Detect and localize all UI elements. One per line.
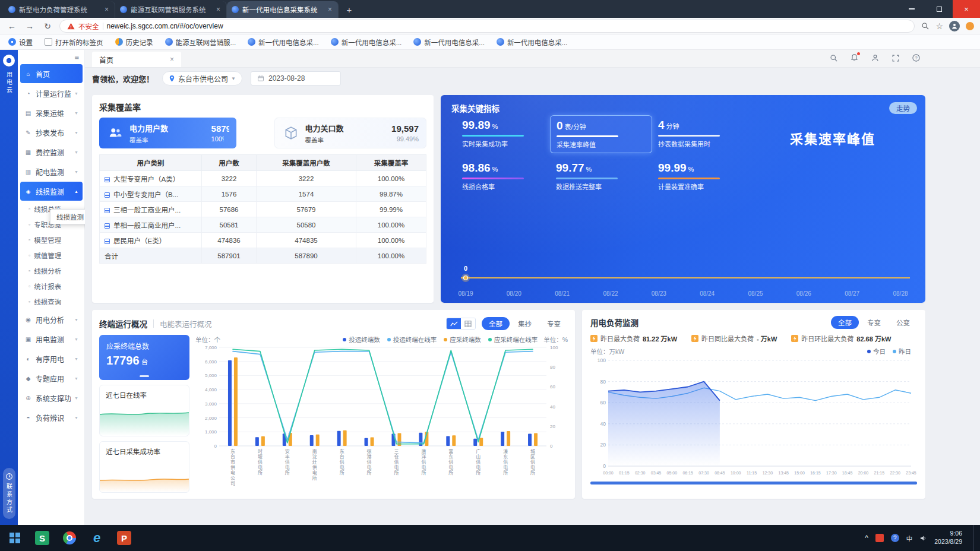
sidebar-subitem-3[interactable]: ▫赋值管理 <box>18 248 85 263</box>
menu-icon: ▥ <box>24 169 32 175</box>
bell-icon[interactable] <box>850 53 859 62</box>
org-selector[interactable]: 东台市供电公司 ▼ <box>162 71 242 86</box>
table-cell: 587890 <box>257 248 356 264</box>
bookmark-item-3[interactable]: 能源互联网营销服... <box>165 37 236 47</box>
sidebar-subitem-5[interactable]: ▫统计报表 <box>18 278 85 294</box>
browser-tab-1[interactable]: 能源互联网营销服务系统× <box>115 1 227 18</box>
load-filter-1[interactable]: 专变 <box>860 316 888 329</box>
taskbar-app-ie[interactable]: e <box>83 525 110 551</box>
sidebar-item-12[interactable]: ◓负荷辨识▼ <box>20 408 83 427</box>
terminal-filter-1[interactable]: 集抄 <box>511 317 539 330</box>
back-button[interactable]: ← <box>6 21 18 31</box>
tray-chevron-icon[interactable]: ^ <box>865 534 868 542</box>
chart-zoom-slider[interactable] <box>590 482 917 484</box>
success-rate-card: 近七日采集成功率 <box>99 441 189 493</box>
sidebar-subitem-4[interactable]: ▫线损分析 <box>18 263 85 278</box>
trend-button[interactable]: 走势 <box>889 102 917 114</box>
sidebar-item-7[interactable]: ◉用电分析▼ <box>20 310 83 329</box>
sidebar-subitem-2[interactable]: ▫模型管理 <box>18 232 85 248</box>
load-filter-2[interactable]: 公变 <box>889 316 917 329</box>
window-maximize-button[interactable] <box>925 0 953 18</box>
sidebar-item-label: 有序用电 <box>36 354 71 364</box>
bookmark-star-icon[interactable]: ☆ <box>935 21 943 31</box>
help-icon[interactable]: ? <box>912 53 921 62</box>
tab-terminal-overview[interactable]: 终端运行概况 <box>99 318 147 330</box>
sidebar-item-1[interactable]: ◔计量运行监测▼ <box>20 84 83 103</box>
tray-ime-icon[interactable]: 中 <box>906 534 913 543</box>
sidebar-item-8[interactable]: ▣用电监测▼ <box>20 330 83 349</box>
legend-item[interactable]: 投运终端数 <box>343 335 380 344</box>
card-sub: 覆盖率 <box>129 135 168 144</box>
tray-volume-icon[interactable] <box>919 534 927 542</box>
tab-close-icon[interactable]: × <box>327 5 333 14</box>
sidebar-item-10[interactable]: ◆专题应用▼ <box>20 369 83 388</box>
terminal-filter-0[interactable]: 全部 <box>482 317 510 330</box>
taskbar-clock[interactable]: 9:06 2023/8/29 <box>934 530 962 546</box>
svg-text:南沈灶供电所: 南沈灶供电所 <box>312 448 317 481</box>
sidebar-item-6[interactable]: ◈线损监测▲ <box>20 182 83 201</box>
zoom-icon[interactable] <box>921 21 930 30</box>
browser-tab-0[interactable]: 新型电力负荷管理系统× <box>4 1 115 18</box>
page-tab-home[interactable]: 首页 × <box>92 52 181 67</box>
tray-red-icon[interactable] <box>875 534 884 542</box>
terminal-filter-2[interactable]: 专变 <box>540 317 568 330</box>
browser-titlebar: 新型电力负荷管理系统×能源互联网营销服务系统×新一代用电信息采集系统× + × <box>0 0 980 18</box>
bookmark-item-6[interactable]: 新一代用电信息采... <box>413 37 485 47</box>
legend-item[interactable]: 投运终端在线率 <box>387 335 437 344</box>
contact-button[interactable]: 联系方式 <box>3 468 15 519</box>
dashboard-content: 采集覆盖率 电力用户数 覆盖率 587901 100% <box>85 89 980 525</box>
taskbar-app-s[interactable]: S <box>29 525 56 551</box>
tab-title: 新型电力负荷管理系统 <box>19 5 100 14</box>
profile-avatar[interactable] <box>949 21 960 31</box>
bookmark-item-0[interactable]: 设置 <box>8 37 33 47</box>
sidebar-item-2[interactable]: ▤采集运维▼ <box>20 103 83 122</box>
bookmark-item-5[interactable]: 新一代用电信息采... <box>331 37 402 47</box>
bookmark-item-2[interactable]: 历史记录 <box>115 37 153 47</box>
chart-view-button[interactable] <box>447 318 461 329</box>
extension-icon[interactable] <box>966 22 974 30</box>
legend-item[interactable]: 应采终端数 <box>444 335 481 344</box>
svg-text:06:15: 06:15 <box>682 471 693 475</box>
legend-item[interactable]: 应采终端在线率 <box>488 335 538 344</box>
tab-close-icon[interactable]: × <box>215 5 222 14</box>
user-icon[interactable] <box>871 53 880 62</box>
sidebar-item-9[interactable]: ◐有序用电▼ <box>20 349 83 368</box>
load-filter-0[interactable]: 全部 <box>831 316 859 329</box>
legend-item[interactable]: 今日 <box>867 347 886 356</box>
page-tab-close-icon[interactable]: × <box>170 55 174 64</box>
sidebar-item-4[interactable]: ▦费控监测▼ <box>20 142 83 162</box>
online-rate-sparkline <box>100 408 189 436</box>
forward-button[interactable]: → <box>24 21 36 31</box>
table-row: 单相一般工商业用户...5058150580100.00% <box>100 217 426 233</box>
new-tab-button[interactable]: + <box>342 3 356 16</box>
bookmark-item-7[interactable]: 新一代用电信息采... <box>497 37 568 47</box>
bookmark-item-4[interactable]: 新一代用电信息采... <box>248 37 319 47</box>
tray-help-icon[interactable]: ? <box>891 534 899 542</box>
show-desktop-button[interactable] <box>973 525 976 551</box>
sidebar-subitem-6[interactable]: ▫线损查询 <box>18 294 85 309</box>
svg-text:1,000: 1,000 <box>205 429 217 435</box>
legend-item[interactable]: 昨日 <box>893 347 911 356</box>
tab-meter-overview[interactable]: 电能表运行概况 <box>160 318 212 330</box>
sidebar-item-label: 负荷辨识 <box>36 413 71 423</box>
fullscreen-icon[interactable] <box>892 54 900 62</box>
tab-close-icon[interactable]: × <box>103 5 110 14</box>
sidebar-item-0[interactable]: ⌂首页 <box>20 64 83 83</box>
start-button[interactable] <box>1 525 29 551</box>
browser-tab-2[interactable]: 新一代用电信息采集系统× <box>227 1 339 18</box>
table-view-button[interactable] <box>461 318 475 329</box>
reload-button[interactable]: ↻ <box>42 21 53 31</box>
search-icon[interactable] <box>829 53 838 62</box>
window-close-button[interactable]: × <box>953 0 980 18</box>
bookmark-item-1[interactable]: 打开新的标签页 <box>45 37 103 47</box>
date-picker[interactable]: 2023-08-28 <box>251 71 341 86</box>
window-minimize-button[interactable] <box>898 0 925 18</box>
taskbar-app-ppt[interactable]: P <box>110 525 138 551</box>
sidebar-item-11[interactable]: ⊕系统支撑功能▼ <box>20 388 83 407</box>
address-bar[interactable]: ! 不安全 neweic.js.sgcc.com.cn/#/oc/overvie… <box>59 20 915 33</box>
taskbar-app-chrome[interactable] <box>56 525 83 551</box>
sidebar-item-3[interactable]: ✎抄表发布▼ <box>20 123 83 142</box>
sidebar-item-5[interactable]: ▥配电监测▼ <box>20 162 83 181</box>
bolt-icon <box>791 335 798 342</box>
sidebar-collapse-icon[interactable]: ≡ <box>18 51 85 64</box>
